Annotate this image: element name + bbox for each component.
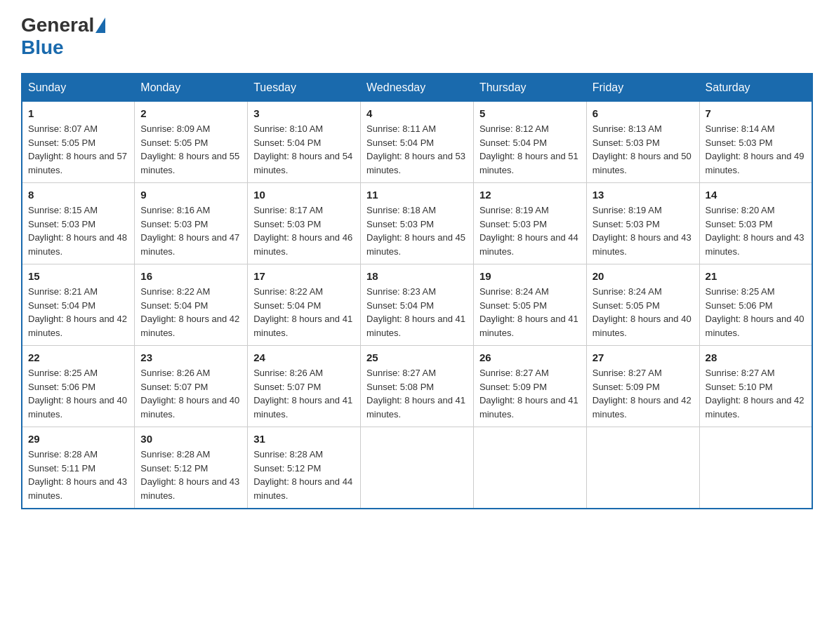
day-info: Sunrise: 8:28 AMSunset: 5:12 PMDaylight:… <box>253 449 352 501</box>
day-info: Sunrise: 8:10 AMSunset: 5:04 PMDaylight:… <box>253 123 352 175</box>
day-cell: 18 Sunrise: 8:23 AMSunset: 5:04 PMDaylig… <box>361 264 474 346</box>
day-number: 7 <box>706 107 806 119</box>
logo-triangle-icon <box>95 18 105 33</box>
day-cell: 16 Sunrise: 8:22 AMSunset: 5:04 PMDaylig… <box>135 264 248 346</box>
day-number: 5 <box>479 107 581 119</box>
day-number: 11 <box>366 189 468 201</box>
day-number: 20 <box>593 270 694 282</box>
day-info: Sunrise: 8:25 AMSunset: 5:06 PMDaylight:… <box>28 368 127 420</box>
day-info: Sunrise: 8:19 AMSunset: 5:03 PMDaylight:… <box>479 205 578 257</box>
day-cell: 21 Sunrise: 8:25 AMSunset: 5:06 PMDaylig… <box>699 264 812 346</box>
day-number: 19 <box>479 270 581 282</box>
week-row-3: 15 Sunrise: 8:21 AMSunset: 5:04 PMDaylig… <box>22 264 812 346</box>
day-number: 24 <box>253 351 355 363</box>
day-info: Sunrise: 8:28 AMSunset: 5:12 PMDaylight:… <box>140 449 239 501</box>
week-row-1: 1 Sunrise: 8:07 AMSunset: 5:05 PMDayligh… <box>22 102 812 183</box>
day-info: Sunrise: 8:27 AMSunset: 5:09 PMDaylight:… <box>593 368 691 420</box>
day-number: 1 <box>28 107 128 119</box>
header-cell-sunday: Sunday <box>22 74 135 102</box>
day-info: Sunrise: 8:18 AMSunset: 5:03 PMDaylight:… <box>366 205 465 257</box>
day-number: 17 <box>253 270 355 282</box>
day-cell: 25 Sunrise: 8:27 AMSunset: 5:08 PMDaylig… <box>361 346 474 427</box>
day-info: Sunrise: 8:25 AMSunset: 5:06 PMDaylight:… <box>706 286 805 338</box>
calendar-body: 1 Sunrise: 8:07 AMSunset: 5:05 PMDayligh… <box>22 102 812 509</box>
day-cell: 1 Sunrise: 8:07 AMSunset: 5:05 PMDayligh… <box>22 102 135 183</box>
day-info: Sunrise: 8:16 AMSunset: 5:03 PMDaylight:… <box>140 205 239 257</box>
day-number: 9 <box>140 189 241 201</box>
day-cell: 12 Sunrise: 8:19 AMSunset: 5:03 PMDaylig… <box>473 183 586 264</box>
day-info: Sunrise: 8:26 AMSunset: 5:07 PMDaylight:… <box>253 368 352 420</box>
day-cell: 26 Sunrise: 8:27 AMSunset: 5:09 PMDaylig… <box>473 346 586 427</box>
header-cell-thursday: Thursday <box>473 74 586 102</box>
day-info: Sunrise: 8:17 AMSunset: 5:03 PMDaylight:… <box>253 205 352 257</box>
day-cell <box>699 427 812 509</box>
day-info: Sunrise: 8:27 AMSunset: 5:09 PMDaylight:… <box>479 368 578 420</box>
day-number: 10 <box>253 189 355 201</box>
day-cell: 10 Sunrise: 8:17 AMSunset: 5:03 PMDaylig… <box>248 183 361 264</box>
day-cell: 19 Sunrise: 8:24 AMSunset: 5:05 PMDaylig… <box>473 264 586 346</box>
day-number: 8 <box>28 189 128 201</box>
day-number: 28 <box>706 351 806 363</box>
day-cell: 13 Sunrise: 8:19 AMSunset: 5:03 PMDaylig… <box>586 183 699 264</box>
day-cell: 27 Sunrise: 8:27 AMSunset: 5:09 PMDaylig… <box>586 346 699 427</box>
page-header: General Blue <box>21 14 813 59</box>
day-number: 31 <box>253 433 355 445</box>
day-cell: 30 Sunrise: 8:28 AMSunset: 5:12 PMDaylig… <box>135 427 248 509</box>
day-cell: 31 Sunrise: 8:28 AMSunset: 5:12 PMDaylig… <box>248 427 361 509</box>
day-number: 4 <box>366 107 468 119</box>
week-row-4: 22 Sunrise: 8:25 AMSunset: 5:06 PMDaylig… <box>22 346 812 427</box>
day-cell: 20 Sunrise: 8:24 AMSunset: 5:05 PMDaylig… <box>586 264 699 346</box>
week-row-5: 29 Sunrise: 8:28 AMSunset: 5:11 PMDaylig… <box>22 427 812 509</box>
day-info: Sunrise: 8:15 AMSunset: 5:03 PMDaylight:… <box>28 205 127 257</box>
day-info: Sunrise: 8:14 AMSunset: 5:03 PMDaylight:… <box>706 123 805 175</box>
day-info: Sunrise: 8:07 AMSunset: 5:05 PMDaylight:… <box>28 123 127 175</box>
day-number: 2 <box>140 107 241 119</box>
day-number: 15 <box>28 270 128 282</box>
day-number: 29 <box>28 433 128 445</box>
day-info: Sunrise: 8:23 AMSunset: 5:04 PMDaylight:… <box>366 286 465 338</box>
day-info: Sunrise: 8:24 AMSunset: 5:05 PMDaylight:… <box>479 286 578 338</box>
day-number: 30 <box>140 433 241 445</box>
day-number: 16 <box>140 270 241 282</box>
day-cell: 7 Sunrise: 8:14 AMSunset: 5:03 PMDayligh… <box>699 102 812 183</box>
logo: General Blue <box>21 14 107 59</box>
day-cell: 11 Sunrise: 8:18 AMSunset: 5:03 PMDaylig… <box>361 183 474 264</box>
day-cell: 22 Sunrise: 8:25 AMSunset: 5:06 PMDaylig… <box>22 346 135 427</box>
day-info: Sunrise: 8:19 AMSunset: 5:03 PMDaylight:… <box>593 205 691 257</box>
day-number: 27 <box>593 351 694 363</box>
day-number: 14 <box>706 189 806 201</box>
day-info: Sunrise: 8:22 AMSunset: 5:04 PMDaylight:… <box>140 286 239 338</box>
day-cell: 28 Sunrise: 8:27 AMSunset: 5:10 PMDaylig… <box>699 346 812 427</box>
day-cell: 29 Sunrise: 8:28 AMSunset: 5:11 PMDaylig… <box>22 427 135 509</box>
day-cell: 8 Sunrise: 8:15 AMSunset: 5:03 PMDayligh… <box>22 183 135 264</box>
day-info: Sunrise: 8:28 AMSunset: 5:11 PMDaylight:… <box>28 449 127 501</box>
day-cell: 5 Sunrise: 8:12 AMSunset: 5:04 PMDayligh… <box>473 102 586 183</box>
day-number: 18 <box>366 270 468 282</box>
day-number: 25 <box>366 351 468 363</box>
day-cell: 6 Sunrise: 8:13 AMSunset: 5:03 PMDayligh… <box>586 102 699 183</box>
day-cell: 9 Sunrise: 8:16 AMSunset: 5:03 PMDayligh… <box>135 183 248 264</box>
day-info: Sunrise: 8:20 AMSunset: 5:03 PMDaylight:… <box>706 205 805 257</box>
day-cell: 24 Sunrise: 8:26 AMSunset: 5:07 PMDaylig… <box>248 346 361 427</box>
day-cell <box>586 427 699 509</box>
day-number: 3 <box>253 107 355 119</box>
header-row: SundayMondayTuesdayWednesdayThursdayFrid… <box>22 74 812 102</box>
day-cell: 23 Sunrise: 8:26 AMSunset: 5:07 PMDaylig… <box>135 346 248 427</box>
day-number: 22 <box>28 351 128 363</box>
day-cell <box>473 427 586 509</box>
day-number: 21 <box>706 270 806 282</box>
day-info: Sunrise: 8:09 AMSunset: 5:05 PMDaylight:… <box>140 123 239 175</box>
day-info: Sunrise: 8:26 AMSunset: 5:07 PMDaylight:… <box>140 368 239 420</box>
logo-general-text: General <box>21 14 94 36</box>
day-info: Sunrise: 8:27 AMSunset: 5:08 PMDaylight:… <box>366 368 465 420</box>
header-cell-friday: Friday <box>586 74 699 102</box>
day-number: 6 <box>593 107 694 119</box>
day-info: Sunrise: 8:27 AMSunset: 5:10 PMDaylight:… <box>706 368 805 420</box>
day-number: 12 <box>479 189 581 201</box>
day-info: Sunrise: 8:21 AMSunset: 5:04 PMDaylight:… <box>28 286 127 338</box>
day-cell: 2 Sunrise: 8:09 AMSunset: 5:05 PMDayligh… <box>135 102 248 183</box>
day-info: Sunrise: 8:24 AMSunset: 5:05 PMDaylight:… <box>593 286 691 338</box>
day-cell: 15 Sunrise: 8:21 AMSunset: 5:04 PMDaylig… <box>22 264 135 346</box>
logo-blue-text: Blue <box>21 36 64 58</box>
day-number: 13 <box>593 189 694 201</box>
